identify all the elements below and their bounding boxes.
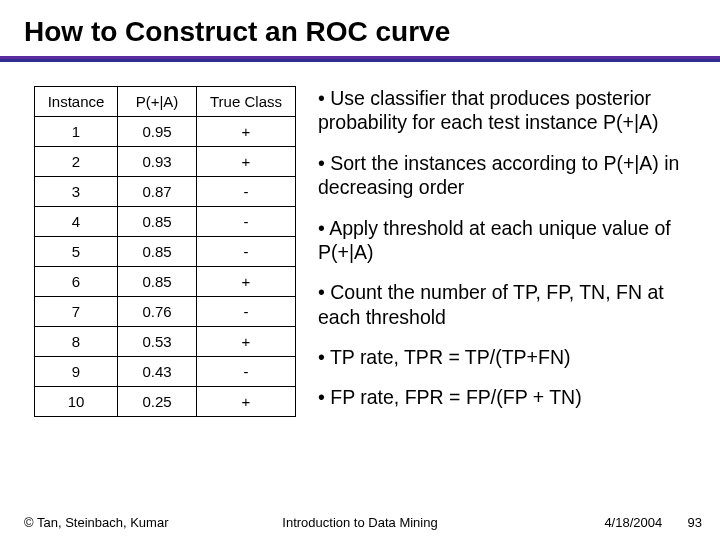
footer-left: © Tan, Steinbach, Kumar <box>24 515 168 530</box>
table-row: 80.53+ <box>35 327 296 357</box>
footer-page: 93 <box>688 515 702 530</box>
table-row: 20.93+ <box>35 147 296 177</box>
table-cell: 8 <box>35 327 118 357</box>
table-cell: 0.25 <box>118 387 197 417</box>
data-table: Instance P(+|A) True Class 10.95+20.93+3… <box>34 86 296 417</box>
table-cell: + <box>197 327 296 357</box>
table-cell: 0.93 <box>118 147 197 177</box>
table-cell: + <box>197 117 296 147</box>
table-cell: 1 <box>35 117 118 147</box>
table-cell: 0.85 <box>118 267 197 297</box>
data-table-wrap: Instance P(+|A) True Class 10.95+20.93+3… <box>34 86 296 426</box>
bullet-item: • Count the number of TP, FP, TN, FN at … <box>318 280 700 329</box>
table-row: 90.43- <box>35 357 296 387</box>
table-cell: 0.85 <box>118 237 197 267</box>
bullet-item: • Apply threshold at each unique value o… <box>318 216 700 265</box>
table-row: 50.85- <box>35 237 296 267</box>
table-cell: + <box>197 387 296 417</box>
bullet-item: • FP rate, FPR = FP/(FP + TN) <box>318 385 700 409</box>
table-cell: 3 <box>35 177 118 207</box>
content-area: Instance P(+|A) True Class 10.95+20.93+3… <box>0 62 720 426</box>
table-cell: 0.43 <box>118 357 197 387</box>
table-cell: 9 <box>35 357 118 387</box>
bullet-item: • Use classifier that produces posterior… <box>318 86 700 135</box>
table-row: 100.25+ <box>35 387 296 417</box>
table-row: 30.87- <box>35 177 296 207</box>
table-cell: 0.95 <box>118 117 197 147</box>
table-cell: - <box>197 357 296 387</box>
bullet-list: • Use classifier that produces posterior… <box>318 86 700 426</box>
footer-date: 4/18/2004 <box>604 515 662 530</box>
bullet-item: • TP rate, TPR = TP/(TP+FN) <box>318 345 700 369</box>
table-cell: 2 <box>35 147 118 177</box>
table-cell: - <box>197 207 296 237</box>
table-row: 40.85- <box>35 207 296 237</box>
table-cell: 0.76 <box>118 297 197 327</box>
table-cell: 6 <box>35 267 118 297</box>
table-cell: 7 <box>35 297 118 327</box>
table-cell: - <box>197 297 296 327</box>
table-cell: 5 <box>35 237 118 267</box>
table-cell: + <box>197 147 296 177</box>
table-cell: - <box>197 237 296 267</box>
table-cell: 4 <box>35 207 118 237</box>
bullet-item: • Sort the instances according to P(+|A)… <box>318 151 700 200</box>
footer-mid: Introduction to Data Mining <box>282 515 437 530</box>
table-cell: - <box>197 177 296 207</box>
table-cell: + <box>197 267 296 297</box>
table-cell: 0.85 <box>118 207 197 237</box>
table-header-row: Instance P(+|A) True Class <box>35 87 296 117</box>
table-row: 60.85+ <box>35 267 296 297</box>
table-row: 10.95+ <box>35 117 296 147</box>
col-trueclass: True Class <box>197 87 296 117</box>
slide-title: How to Construct an ROC curve <box>0 0 720 56</box>
col-prob: P(+|A) <box>118 87 197 117</box>
table-cell: 10 <box>35 387 118 417</box>
col-instance: Instance <box>35 87 118 117</box>
table-cell: 0.53 <box>118 327 197 357</box>
table-row: 70.76- <box>35 297 296 327</box>
footer-right: 4/18/2004 93 <box>604 515 702 530</box>
slide-footer: © Tan, Steinbach, Kumar Introduction to … <box>0 515 720 530</box>
table-cell: 0.87 <box>118 177 197 207</box>
